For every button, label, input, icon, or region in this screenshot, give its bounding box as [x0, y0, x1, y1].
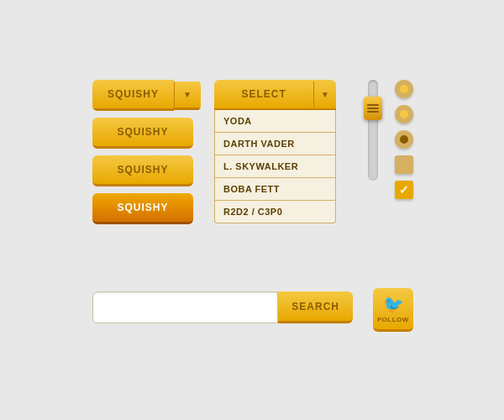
dropdown-header[interactable]: SELECT ▼: [214, 80, 336, 110]
follow-label: FOLLOW: [377, 316, 409, 323]
slider-thumb[interactable]: [364, 97, 382, 120]
radio-inner-2: [400, 110, 408, 118]
follow-button[interactable]: 🐦 FOLLOW: [373, 288, 413, 332]
radio-button-3[interactable]: [395, 130, 413, 149]
dropdown-arrow-icon: ▼: [313, 81, 336, 108]
radio-inner-1: [400, 85, 408, 93]
radio-button-1[interactable]: [395, 80, 413, 98]
squishy-button-3[interactable]: SQUISHY: [92, 155, 193, 186]
list-item[interactable]: L. SKYWALKER: [215, 155, 335, 178]
checkmark-icon: ✓: [399, 183, 409, 197]
thumb-line-3: [367, 111, 379, 113]
list-item[interactable]: YODA: [215, 110, 335, 133]
radio-checkbox-group: ✓: [395, 80, 413, 199]
checkbox-1[interactable]: [395, 155, 413, 174]
twitter-bird-icon: 🐦: [383, 294, 404, 314]
button-group: SQUISHY ▼ SQUISHY SQUISHY SQUISHY: [92, 80, 201, 224]
search-input-wrap: [92, 291, 278, 323]
list-item[interactable]: BOBA FETT: [215, 178, 335, 201]
squishy-button-2[interactable]: SQUISHY: [92, 118, 193, 149]
thumb-line-1: [367, 104, 379, 106]
search-button[interactable]: SEARCH: [278, 291, 353, 323]
dropdown-list: YODA DARTH VADER L. SKYWALKER BOBA FETT …: [214, 110, 336, 223]
search-input[interactable]: [102, 302, 269, 313]
thumb-line-2: [367, 108, 379, 109]
checkbox-2[interactable]: ✓: [395, 181, 413, 199]
vertical-slider: [368, 80, 378, 181]
squishy-button-4[interactable]: SQUISHY: [92, 193, 193, 224]
squishy-button-1[interactable]: SQUISHY ▼: [92, 80, 201, 111]
search-bar: SEARCH: [92, 291, 353, 323]
list-item[interactable]: DARTH VADER: [215, 133, 335, 155]
dropdown-label: SELECT: [214, 80, 313, 108]
list-item[interactable]: R2D2 / C3P0: [215, 201, 335, 223]
dropdown-arrow-icon-1: ▼: [174, 81, 201, 110]
squishy-label-1: SQUISHY: [92, 80, 174, 111]
radio-inner-3: [400, 135, 408, 144]
slider-track[interactable]: [368, 80, 378, 181]
radio-button-2[interactable]: [395, 105, 413, 123]
dropdown-select: SELECT ▼ YODA DARTH VADER L. SKYWALKER B…: [214, 80, 336, 223]
